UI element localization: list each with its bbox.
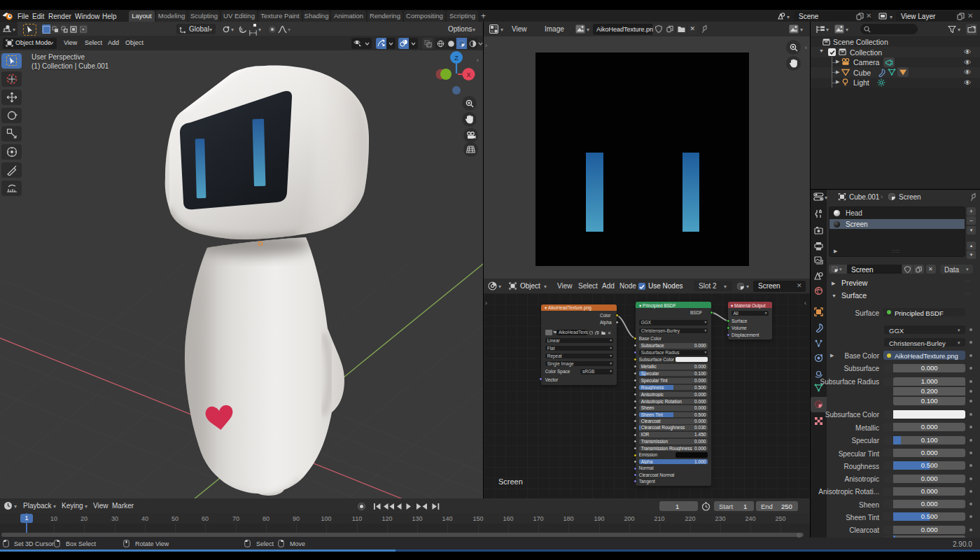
svg-text:Z: Z [454, 55, 458, 62]
svg-text:X: X [466, 71, 470, 78]
